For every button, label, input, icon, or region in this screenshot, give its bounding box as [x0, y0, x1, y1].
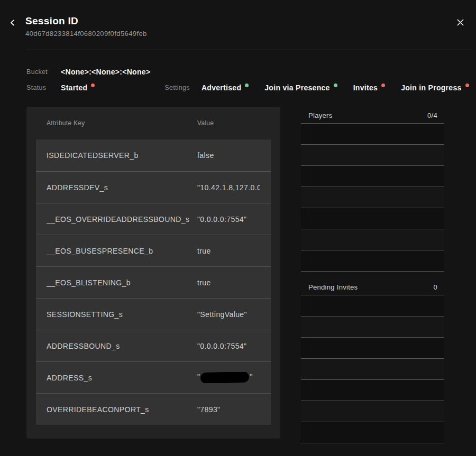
players-count: 0/4 — [427, 111, 437, 119]
setting-status-dot — [245, 83, 249, 87]
header-divider — [26, 50, 471, 50]
players-title: Players — [308, 111, 332, 119]
session-info: Bucket <None>:<None>:<None> Status Start… — [26, 68, 476, 92]
status-row: Status Started Settings AdvertisedJoin v… — [26, 83, 476, 92]
settings-list: AdvertisedJoin via PresenceInvitesJoin i… — [202, 83, 469, 92]
setting-join-in-progress: Join in Progress — [401, 83, 469, 92]
pending-invites-title: Pending Invites — [308, 283, 358, 291]
attribute-key-header: Attribute Key — [47, 119, 197, 127]
invite-empty-slot — [301, 317, 444, 338]
back-button[interactable] — [7, 17, 19, 29]
chevron-left-icon — [9, 19, 16, 26]
attribute-value: "" — [197, 372, 260, 383]
attribute-key: __EOS_BUSESPRESENCE_b — [47, 247, 197, 255]
setting-label: Advertised — [202, 83, 241, 92]
player-empty-slot — [301, 145, 444, 166]
lists-column: Players 0/4 Pending Invites 0 — [301, 107, 444, 443]
invite-empty-slot — [301, 380, 444, 401]
setting-label: Join in Progress — [401, 83, 462, 92]
setting-invites: Invites — [353, 83, 385, 92]
player-empty-slot — [301, 208, 444, 229]
players-section: Players 0/4 — [301, 110, 444, 272]
attribute-value: "10.42.1.8,127.0.0.1" — [197, 183, 260, 192]
title-block: Session ID 40d67d8233814f0680209f0fd5649… — [25, 15, 476, 38]
session-id-value: 40d67d8233814f0680209f0fd5649feb — [25, 30, 476, 38]
invite-empty-slot — [301, 295, 444, 317]
settings-group: Settings AdvertisedJoin via PresenceInvi… — [164, 83, 469, 92]
invite-empty-slot — [301, 401, 444, 422]
attribute-value: false — [197, 151, 260, 160]
bucket-value: <None>:<None>:<None> — [61, 68, 150, 76]
redaction-blob — [200, 372, 250, 383]
attribute-row: ADDRESSBOUND_s"0.0.0.0:7554" — [36, 330, 271, 361]
invite-empty-slot — [301, 338, 444, 359]
attribute-key: ISDEDICATEDSERVER_b — [47, 151, 197, 160]
player-empty-slot — [301, 250, 444, 272]
setting-status-dot — [334, 83, 337, 87]
player-empty-slot — [301, 124, 444, 145]
attribute-key: __EOS_OVERRIDEADDRESSBOUND_s — [47, 215, 197, 224]
attribute-row: __EOS_OVERRIDEADDRESSBOUND_s"0.0.0.0:755… — [36, 203, 271, 235]
pending-invites-count: 0 — [433, 283, 437, 291]
attribute-value-header: Value — [197, 119, 260, 127]
invite-empty-slot — [301, 422, 444, 443]
settings-label: Settings — [164, 84, 190, 91]
setting-label: Invites — [353, 83, 378, 92]
content: Attribute Key Value ISDEDICATEDSERVER_bf… — [26, 107, 476, 443]
invite-empty-slot — [301, 359, 444, 380]
pending-invites-section: Pending Invites 0 — [301, 282, 444, 443]
attribute-rows: ISDEDICATEDSERVER_bfalseADDRESSDEV_s"10.… — [36, 139, 271, 425]
attribute-value: "7893" — [197, 405, 260, 414]
attribute-key: ADDRESSBOUND_s — [47, 342, 197, 350]
attribute-value: "0.0.0.0:7554" — [197, 342, 260, 350]
attribute-value: "0.0.0.0:7554" — [197, 215, 260, 224]
attribute-row: ISDEDICATEDSERVER_bfalse — [36, 139, 271, 171]
players-slots — [301, 124, 444, 272]
page-title: Session ID — [25, 15, 476, 27]
setting-label: Join via Presence — [264, 83, 329, 92]
attribute-key: __EOS_BLISTENING_b — [47, 278, 197, 287]
status-label: Status — [26, 84, 61, 91]
session-detail-page: Session ID 40d67d8233814f0680209f0fd5649… — [0, 0, 476, 456]
player-empty-slot — [301, 229, 444, 250]
attribute-key: SESSIONSETTING_s — [47, 310, 197, 319]
player-empty-slot — [301, 187, 444, 208]
players-header: Players 0/4 — [301, 110, 444, 124]
attribute-key: ADDRESS_s — [47, 374, 197, 382]
header: Session ID 40d67d8233814f0680209f0fd5649… — [0, 0, 476, 50]
pending-invites-header: Pending Invites 0 — [301, 282, 444, 295]
status-value: Started — [61, 83, 95, 92]
bucket-row: Bucket <None>:<None>:<None> — [26, 68, 476, 76]
setting-status-dot — [381, 83, 385, 87]
setting-join-via-presence: Join via Presence — [264, 83, 337, 92]
attribute-row: ADDRESS_s"" — [36, 361, 271, 393]
pending-invites-slots — [301, 295, 444, 443]
attribute-row: __EOS_BLISTENING_btrue — [36, 266, 271, 298]
attribute-value: true — [197, 278, 260, 287]
attributes-header: Attribute Key Value — [36, 107, 271, 139]
status-dot — [91, 83, 95, 87]
attribute-row: OVERRIDEBEACONPORT_s"7893" — [36, 393, 271, 425]
close-icon — [456, 18, 464, 26]
attribute-row: __EOS_BUSESPRESENCE_btrue — [36, 235, 271, 266]
close-button[interactable] — [454, 16, 466, 28]
attributes-panel: Attribute Key Value ISDEDICATEDSERVER_bf… — [26, 107, 280, 439]
attribute-row: SESSIONSETTING_s"SettingValue" — [36, 298, 271, 330]
attribute-value: true — [197, 247, 260, 255]
attribute-row: ADDRESSDEV_s"10.42.1.8,127.0.0.1" — [36, 171, 271, 203]
setting-advertised: Advertised — [202, 83, 249, 92]
attribute-key: OVERRIDEBEACONPORT_s — [47, 405, 197, 414]
setting-status-dot — [465, 83, 469, 87]
attribute-value: "SettingValue" — [197, 310, 260, 319]
attribute-key: ADDRESSDEV_s — [47, 183, 197, 192]
player-empty-slot — [301, 166, 444, 187]
bucket-label: Bucket — [26, 68, 61, 76]
